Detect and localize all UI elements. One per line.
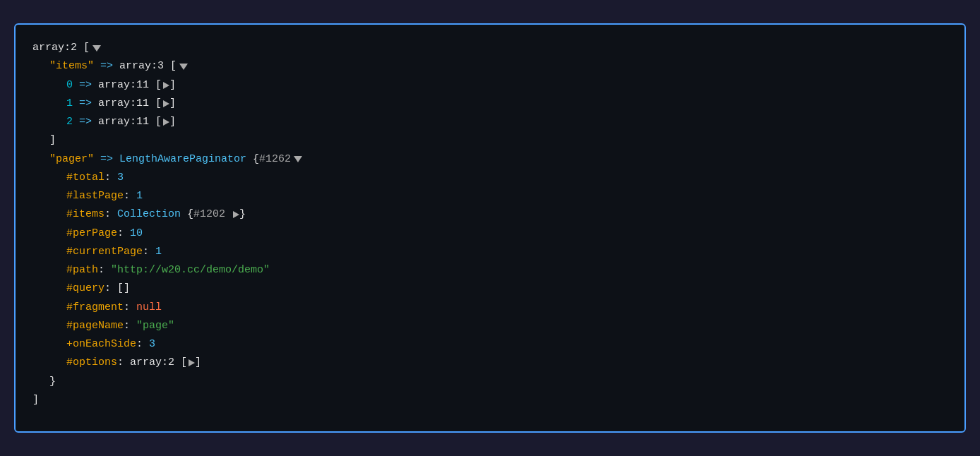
line-items-close: ] [32, 131, 948, 150]
lastpage-key: #lastPage [66, 187, 124, 205]
currentpage-key: #currentPage [66, 243, 143, 261]
line-options: #options : array:2 [ ] [32, 354, 948, 372]
index-2: 2 [66, 113, 73, 131]
lastpage-colon: : [124, 187, 136, 205]
perpage-key: #perPage [66, 224, 117, 243]
oneachside-key: +onEachSide [66, 335, 136, 354]
pager-collapse-icon[interactable] [294, 156, 302, 162]
items-space [225, 205, 232, 224]
line-currentpage: #currentPage : 1 [32, 243, 948, 261]
total-colon: : [104, 169, 117, 187]
item1-close: ] [169, 95, 176, 113]
options-key: #options [66, 354, 117, 372]
items-key: "items" [49, 57, 94, 76]
line-fragment: #fragment : null [32, 299, 948, 317]
items-collection-class: Collection [117, 205, 181, 224]
item1-expand-icon[interactable] [163, 100, 169, 107]
items-array-type: array:3 [ [119, 57, 177, 76]
line-items-prop: #items : Collection { #1202 } [32, 205, 948, 224]
line-item-0: 0 => array:11 [ ] [32, 76, 948, 95]
items-collapse-icon[interactable] [179, 64, 188, 70]
index-1: 1 [66, 95, 73, 113]
items-brace-open: { [181, 205, 193, 224]
options-expand-icon[interactable] [189, 359, 195, 366]
fragment-colon: : [124, 299, 136, 317]
perpage-value: 10 [130, 224, 143, 243]
path-value: "http://w20.cc/demo/demo" [111, 261, 270, 280]
arrow-3: => [73, 95, 98, 113]
items-prop-key: #items [66, 205, 104, 224]
pagename-key: #pageName [66, 317, 124, 335]
line-pager-close: } [32, 373, 948, 391]
oneachside-value: 3 [149, 335, 155, 354]
item0-close: ] [169, 76, 176, 95]
fragment-value: null [136, 299, 162, 317]
line-outer-close: ] [32, 391, 948, 409]
options-array-type: array:2 [ [130, 354, 187, 372]
line-items-header: "items" => array:3 [ [32, 57, 948, 76]
items-close-bracket: ] [49, 131, 56, 150]
line-item-2: 2 => array:11 [ ] [32, 113, 948, 131]
line-path: #path : "http://w20.cc/demo/demo" [32, 261, 948, 280]
options-close: ] [195, 354, 201, 372]
line-item-1: 1 => array:11 [ ] [32, 95, 948, 113]
perpage-colon: : [117, 224, 130, 243]
item2-close: ] [169, 113, 176, 131]
pagename-colon: : [124, 317, 136, 335]
pager-brace-open: { [246, 150, 259, 169]
line-query: #query : [] [32, 280, 948, 298]
outer-bracket-close: ] [32, 391, 39, 409]
arrow-2: => [73, 76, 98, 95]
oneachside-colon: : [136, 335, 149, 354]
collapse-icon[interactable] [92, 45, 101, 52]
line-total: #total : 3 [32, 169, 948, 187]
query-value: [] [117, 280, 130, 298]
pagename-value: "page" [136, 317, 174, 335]
pager-brace-close: } [49, 373, 56, 391]
items-expand-icon[interactable] [233, 211, 239, 218]
line-pagename: #pageName : "page" [32, 317, 948, 335]
arrow-1: => [94, 57, 119, 76]
line-oneachside: +onEachSide : 3 [32, 335, 948, 354]
pager-id: #1262 [259, 150, 291, 169]
query-key: #query [66, 280, 104, 298]
items-collection-id: #1202 [193, 205, 225, 224]
path-colon: : [98, 261, 111, 280]
total-value: 3 [117, 169, 124, 187]
item0-array-type: array:11 [ [98, 76, 162, 95]
line-array-header: array:2 [ [32, 39, 948, 57]
currentpage-colon: : [143, 243, 155, 261]
line-perpage: #perPage : 10 [32, 224, 948, 243]
query-colon: : [104, 280, 117, 298]
total-key: #total [66, 169, 104, 187]
pager-class: LengthAwarePaginator [119, 150, 246, 169]
items-brace-close: } [239, 205, 246, 224]
options-colon: : [117, 354, 130, 372]
item2-array-type: array:11 [ [98, 113, 162, 131]
path-key: #path [66, 261, 98, 280]
arrow-4: => [73, 113, 98, 131]
lastpage-value: 1 [136, 187, 143, 205]
array-type: array:2 [ [32, 39, 90, 57]
line-pager-header: "pager" => LengthAwarePaginator { #1262 [32, 150, 948, 169]
pager-key: "pager" [49, 150, 94, 169]
items-prop-colon: : [104, 205, 117, 224]
currentpage-value: 1 [155, 243, 162, 261]
line-lastpage: #lastPage : 1 [32, 187, 948, 205]
item2-expand-icon[interactable] [163, 119, 169, 126]
index-0: 0 [66, 76, 73, 95]
debug-output-container: array:2 [ "items" => array:3 [ 0 => arra… [14, 23, 966, 433]
item1-array-type: array:11 [ [98, 95, 162, 113]
fragment-key: #fragment [66, 299, 124, 317]
arrow-5: => [94, 150, 119, 169]
item0-expand-icon[interactable] [163, 82, 169, 89]
